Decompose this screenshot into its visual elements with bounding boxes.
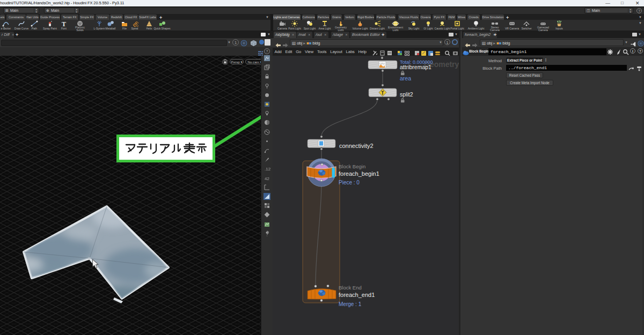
svg-text:connectivity2: connectivity2 [339, 143, 374, 149]
svg-text:area: area [400, 75, 411, 81]
svg-text:.12: .12 [265, 167, 270, 172]
svg-text:42: 42 [265, 176, 269, 181]
svg-text:Block End: Block End [339, 285, 362, 291]
svg-text:foreach_end1: foreach_end1 [339, 292, 375, 298]
svg-text:Block Begin: Block Begin [339, 163, 365, 169]
svg-text:T: T [62, 20, 66, 27]
svg-text:attribremap1: attribremap1 [400, 64, 431, 70]
svg-text:split2: split2 [400, 91, 413, 98]
svg-text:Piece : 0: Piece : 0 [339, 180, 360, 185]
svg-text:foreach_begin1: foreach_begin1 [339, 170, 379, 177]
svg-text:Merge : 1: Merge : 1 [339, 301, 362, 307]
